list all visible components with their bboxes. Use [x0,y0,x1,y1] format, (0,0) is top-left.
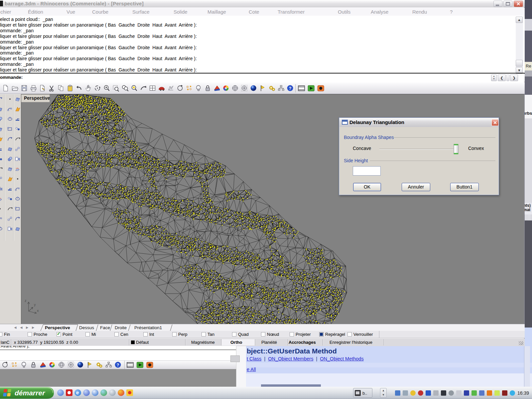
svg-text:Dessus: Dessus [79,325,94,330]
svg-text:Face: Face [100,325,110,330]
svg-text:Perspective: Perspective [45,325,70,330]
svg-text:?: ? [289,86,292,91]
svg-text:Présentation1: Présentation1 [134,325,162,330]
svg-text:Droite: Droite [115,325,127,330]
svg-text:?: ? [117,362,119,367]
svg-text:démarrer: démarrer [15,389,46,397]
